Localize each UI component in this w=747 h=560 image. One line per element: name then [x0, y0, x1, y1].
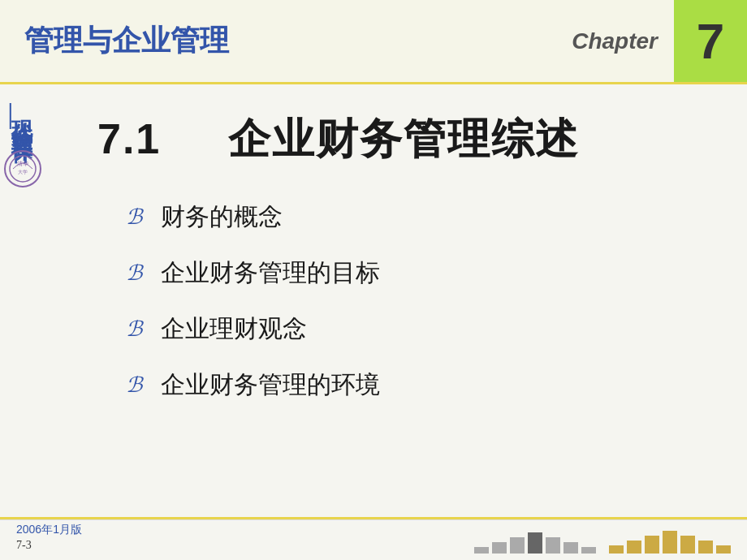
list-item: ℬ 财务的概念 [122, 200, 715, 234]
bar-4 [528, 532, 542, 554]
footer-year: 2006年1月版 [16, 523, 82, 537]
header-title: 管理与企业管理 [0, 21, 555, 61]
bullet-text-2: 企业财务管理的目标 [161, 256, 380, 290]
bullet-text-3: 企业理财观念 [161, 312, 307, 346]
svg-text:大学: 大学 [18, 170, 28, 174]
chapter-label: Chapter [555, 0, 674, 82]
bar-6 [563, 542, 578, 554]
list-item: ℬ 企业财务管理的环境 [122, 368, 715, 402]
chapter-area: Chapter 7 [555, 0, 747, 82]
bullet-icon-2: ℬ [122, 261, 146, 286]
bullet-text-4: 企业财务管理的环境 [161, 368, 380, 402]
footer-page: 7-3 [16, 539, 32, 552]
bar-13 [698, 541, 713, 554]
svg-point-1 [10, 156, 36, 182]
sidebar-text: 现代企业管理课件 [11, 103, 34, 129]
bar-8 [609, 545, 624, 554]
bar-9 [627, 541, 641, 554]
bar-7 [581, 547, 596, 554]
bar-3 [510, 537, 525, 554]
bullet-icon-1: ℬ [122, 205, 146, 230]
bullet-list: ℬ 财务的概念 ℬ 企业财务管理的目标 ℬ 企业理财观念 ℬ 企业财务管理的环境 [97, 200, 715, 402]
section-heading: 企业财务管理综述 [228, 115, 579, 162]
bullet-icon-4: ℬ [122, 373, 146, 398]
bar-5 [546, 537, 560, 554]
bar-2 [492, 542, 507, 554]
main-content: 7.1 企业财务管理综述 ℬ 财务的概念 ℬ 企业财务管理的目标 ℬ 企业理财观… [49, 87, 747, 519]
bullet-icon-3: ℬ [122, 317, 146, 342]
bullet-text-1: 财务的概念 [161, 200, 283, 234]
chapter-number: 7 [674, 0, 747, 82]
bar-1 [474, 547, 489, 554]
sidebar: 现代企业管理课件 清华 大学 [0, 87, 45, 519]
section-number: 7.1 [97, 115, 161, 162]
bar-11 [663, 531, 677, 554]
section-title: 7.1 企业财务管理综述 [97, 111, 715, 168]
bar-12 [680, 536, 695, 554]
bar-14 [716, 545, 731, 554]
university-logo-icon: 清华 大学 [3, 149, 42, 188]
bar-10 [645, 536, 659, 554]
decorative-bars [474, 531, 731, 554]
list-item: ℬ 企业理财观念 [122, 312, 715, 346]
list-item: ℬ 企业财务管理的目标 [122, 256, 715, 290]
footer: 2006年1月版 7-3 [0, 519, 747, 560]
header: 管理与企业管理 Chapter 7 [0, 0, 747, 84]
